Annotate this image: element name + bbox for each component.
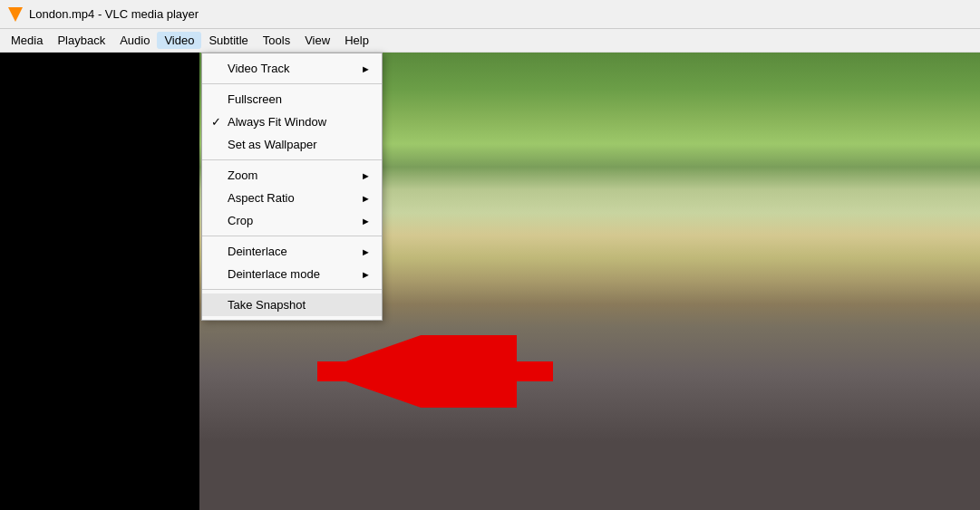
video-area [0, 53, 980, 510]
menu-option-crop[interactable]: Crop ► [202, 209, 382, 232]
menu-playback[interactable]: Playback [50, 32, 112, 49]
menu-option-take-snapshot[interactable]: Take Snapshot [202, 293, 382, 316]
menu-subtitle[interactable]: Subtitle [201, 32, 255, 49]
take-snapshot-label: Take Snapshot [228, 298, 306, 312]
menu-bar: Media Playback Audio Video Subtitle Tool… [0, 29, 980, 53]
set-as-wallpaper-label: Set as Wallpaper [228, 138, 317, 151]
always-fit-window-label: Always Fit Window [228, 115, 326, 129]
menu-option-video-track[interactable]: Video Track ► [202, 57, 382, 80]
checkmark-icon: ✓ [211, 115, 221, 129]
menu-option-fullscreen[interactable]: Fullscreen [202, 88, 382, 111]
video-track-label: Video Track [228, 62, 289, 75]
title-bar: London.mp4 - VLC media player [0, 0, 980, 29]
zoom-label: Zoom [228, 168, 257, 182]
aspect-ratio-arrow: ► [361, 193, 371, 204]
divider-4 [202, 289, 382, 290]
menu-media[interactable]: Media [4, 32, 50, 49]
black-panel [0, 53, 199, 510]
menu-option-deinterlace-mode[interactable]: Deinterlace mode ► [202, 263, 382, 285]
menu-tools[interactable]: Tools [256, 32, 297, 49]
menu-option-aspect-ratio[interactable]: Aspect Ratio ► [202, 187, 382, 209]
menu-video[interactable]: Video [157, 32, 201, 49]
menu-view[interactable]: View [297, 32, 337, 49]
divider-3 [202, 236, 382, 236]
menu-help[interactable]: Help [337, 32, 376, 49]
video-track-arrow: ► [361, 63, 371, 74]
deinterlace-arrow: ► [361, 246, 371, 257]
vlc-icon [7, 6, 24, 23]
deinterlace-mode-label: Deinterlace mode [228, 267, 320, 281]
deinterlace-label: Deinterlace [228, 245, 287, 258]
aspect-ratio-label: Aspect Ratio [228, 191, 295, 205]
crop-arrow: ► [361, 216, 371, 226]
menu-option-always-fit-window[interactable]: ✓ Always Fit Window [202, 111, 382, 133]
menu-audio[interactable]: Audio [112, 32, 157, 49]
divider-2 [202, 159, 382, 160]
divider-1 [202, 83, 382, 84]
fullscreen-label: Fullscreen [228, 92, 282, 106]
menu-option-zoom[interactable]: Zoom ► [202, 164, 382, 187]
window-title: London.mp4 - VLC media player [29, 7, 199, 21]
video-dropdown-menu: Video Track ► Fullscreen ✓ Always Fit Wi… [201, 53, 383, 321]
deinterlace-mode-arrow: ► [361, 269, 371, 280]
menu-option-deinterlace[interactable]: Deinterlace ► [202, 240, 382, 263]
crop-label: Crop [228, 214, 253, 227]
zoom-arrow: ► [361, 170, 371, 181]
menu-option-set-as-wallpaper[interactable]: Set as Wallpaper [202, 133, 382, 156]
